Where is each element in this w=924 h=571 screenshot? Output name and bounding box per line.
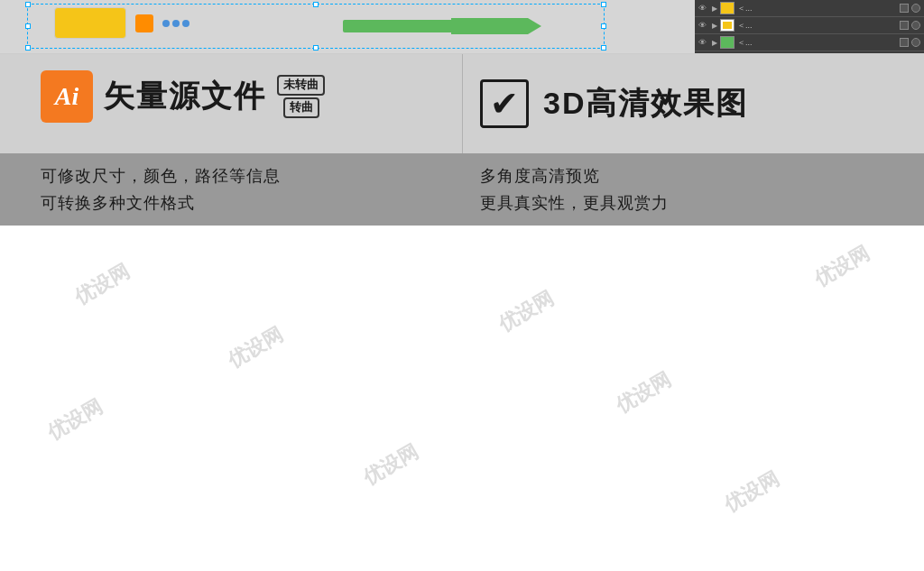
watermark-5: 优设网 [494,285,559,338]
desc-left-line2: 可转换多种文件格式 [41,192,444,214]
hd-title: 3D高清效果图 [543,83,748,124]
watermark-6: 优设网 [611,366,676,419]
badge-converted: 转曲 [283,97,319,118]
watermark-7: 优设网 [719,465,784,519]
ai-icon: Ai [41,70,93,123]
illustrator-top-bar: 👁 ▶ ＜... 👁 ▶ ＜... 👁 ▶ ＜... [0,0,924,54]
green-arrow [451,18,541,34]
expand-arrow: ▶ [712,5,717,13]
layer-thumb-3 [720,36,735,49]
checkmark-symbol: ✔ [490,87,519,121]
info-right: ✔ 3D高清效果图 [462,54,924,153]
badge-not-converted: 未转曲 [277,75,325,96]
watermark-8: 优设网 [809,240,874,293]
layer-circle-1 [911,4,920,13]
info-divider [462,54,463,153]
layer-name-2: ＜... [737,20,897,32]
desc-banner: 可修改尺寸，颜色，路径等信息 可转换多种文件格式 多角度高清预览 更具真实性，更… [0,153,924,226]
white-area: 优设网 优设网 优设网 优设网 优设网 优设网 优设网 优设网 [0,226,924,571]
expand-arrow-2: ▶ [712,22,717,30]
blue-dots [162,20,189,27]
layers-panel: 👁 ▶ ＜... 👁 ▶ ＜... 👁 ▶ ＜... [695,0,924,54]
eye-icon: 👁 [698,4,709,13]
watermark-4: 优设网 [358,438,423,492]
layer-name-1: ＜... [737,3,897,14]
layer-btn-1 [900,4,909,13]
info-banner: Ai 矢量源文件 未转曲 转曲 ✔ 3D高清效果图 [0,54,924,153]
vector-title: 矢量源文件 [104,76,266,117]
layer-item-2: 👁 ▶ ＜... [695,17,924,34]
layer-item-3: 👁 ▶ ＜... [695,34,924,51]
desc-left-line1: 可修改尺寸，颜色，路径等信息 [41,165,444,187]
watermark-1: 优设网 [69,258,134,311]
badge-container: 未转曲 转曲 [277,75,325,118]
desc-right: 多角度高清预览 更具真实性，更具观赏力 [462,153,924,226]
layer-thumb-1 [720,2,735,14]
checkbox-icon: ✔ [480,79,529,128]
eye-icon-3: 👁 [698,38,709,47]
desc-left: 可修改尺寸，颜色，路径等信息 可转换多种文件格式 [0,153,462,226]
layer-btn-2 [900,21,909,30]
layer-thumb-2 [720,19,735,32]
layer-circle-3 [911,38,920,47]
orange-object [135,14,153,32]
layer-item-1: 👁 ▶ ＜... [695,0,924,17]
desc-right-line2: 更具真实性，更具观赏力 [480,192,906,214]
watermark-2: 优设网 [223,321,288,374]
info-left-header: Ai 矢量源文件 未转曲 转曲 [41,70,444,123]
layer-circle-2 [911,21,920,30]
watermark-3: 优设网 [42,393,107,447]
canvas-objects [54,7,189,39]
eye-icon-2: 👁 [698,21,709,30]
yellow-object [54,7,126,39]
canvas-area [0,0,695,54]
layer-name-3: ＜... [737,37,897,49]
info-left: Ai 矢量源文件 未转曲 转曲 [0,54,462,153]
expand-arrow-3: ▶ [712,39,717,47]
layer-btn-3 [900,38,909,47]
desc-right-line1: 多角度高清预览 [480,165,906,187]
